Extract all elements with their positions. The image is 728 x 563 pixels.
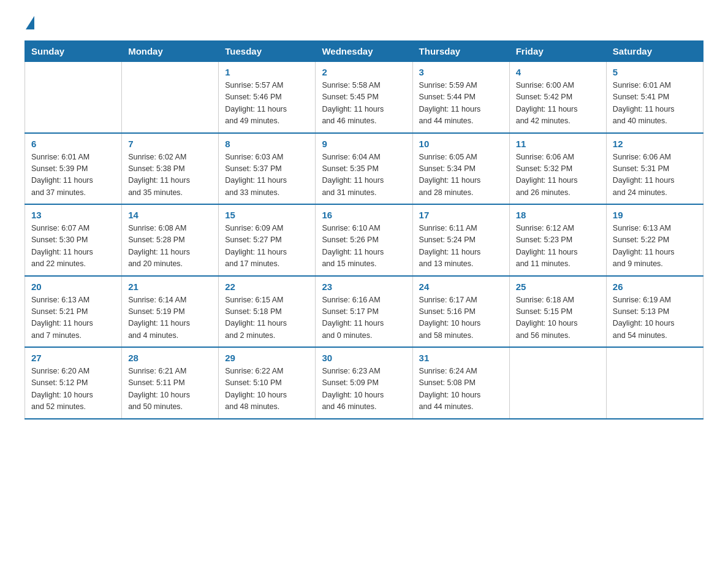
day-number: 27	[31, 353, 115, 363]
calendar-header-thursday: Thursday	[412, 41, 509, 62]
day-info: Sunrise: 6:23 AM Sunset: 5:09 PM Dayligh…	[322, 366, 406, 413]
calendar-header-tuesday: Tuesday	[219, 41, 316, 62]
day-number: 2	[322, 67, 406, 77]
day-info: Sunrise: 6:08 AM Sunset: 5:28 PM Dayligh…	[128, 223, 212, 270]
day-number: 4	[516, 67, 600, 77]
day-number: 30	[322, 353, 406, 363]
calendar-cell: 10Sunrise: 6:05 AM Sunset: 5:34 PM Dayli…	[412, 133, 509, 205]
day-number: 1	[225, 67, 309, 77]
day-number: 14	[128, 210, 212, 220]
day-info: Sunrise: 6:07 AM Sunset: 5:30 PM Dayligh…	[31, 223, 115, 270]
calendar-cell: 24Sunrise: 6:17 AM Sunset: 5:16 PM Dayli…	[412, 276, 509, 348]
day-info: Sunrise: 6:02 AM Sunset: 5:38 PM Dayligh…	[128, 151, 212, 199]
day-info: Sunrise: 6:16 AM Sunset: 5:17 PM Dayligh…	[322, 294, 406, 342]
day-info: Sunrise: 6:18 AM Sunset: 5:15 PM Dayligh…	[516, 294, 600, 342]
calendar-week-row: 6Sunrise: 6:01 AM Sunset: 5:39 PM Daylig…	[25, 133, 703, 205]
day-number: 20	[31, 282, 115, 292]
calendar-cell: 15Sunrise: 6:09 AM Sunset: 5:27 PM Dayli…	[219, 204, 316, 276]
day-number: 7	[128, 139, 212, 149]
calendar-header-friday: Friday	[509, 41, 606, 62]
logo	[25, 18, 34, 29]
calendar-header-monday: Monday	[122, 41, 219, 62]
calendar-cell: 26Sunrise: 6:19 AM Sunset: 5:13 PM Dayli…	[606, 276, 703, 348]
day-info: Sunrise: 6:14 AM Sunset: 5:19 PM Dayligh…	[128, 294, 212, 342]
day-info: Sunrise: 6:06 AM Sunset: 5:32 PM Dayligh…	[516, 151, 600, 199]
day-number: 31	[419, 353, 503, 363]
calendar-cell: 6Sunrise: 6:01 AM Sunset: 5:39 PM Daylig…	[25, 133, 122, 205]
calendar-cell: 28Sunrise: 6:21 AM Sunset: 5:11 PM Dayli…	[122, 347, 219, 419]
day-number: 26	[613, 282, 697, 292]
page-header	[25, 18, 703, 29]
day-number: 24	[419, 282, 503, 292]
day-info: Sunrise: 6:20 AM Sunset: 5:12 PM Dayligh…	[31, 366, 115, 413]
day-number: 6	[31, 139, 115, 149]
day-number: 25	[516, 282, 600, 292]
calendar-cell: 21Sunrise: 6:14 AM Sunset: 5:19 PM Dayli…	[122, 276, 219, 348]
calendar-cell	[606, 347, 703, 419]
calendar-cell: 7Sunrise: 6:02 AM Sunset: 5:38 PM Daylig…	[122, 133, 219, 205]
day-info: Sunrise: 5:59 AM Sunset: 5:44 PM Dayligh…	[419, 80, 503, 128]
calendar-week-row: 27Sunrise: 6:20 AM Sunset: 5:12 PM Dayli…	[25, 347, 703, 419]
calendar-cell: 5Sunrise: 6:01 AM Sunset: 5:41 PM Daylig…	[606, 62, 703, 133]
calendar-cell: 1Sunrise: 5:57 AM Sunset: 5:46 PM Daylig…	[219, 62, 316, 133]
day-info: Sunrise: 6:06 AM Sunset: 5:31 PM Dayligh…	[613, 151, 697, 199]
calendar-cell: 11Sunrise: 6:06 AM Sunset: 5:32 PM Dayli…	[509, 133, 606, 205]
calendar-cell: 27Sunrise: 6:20 AM Sunset: 5:12 PM Dayli…	[25, 347, 122, 419]
calendar-cell: 16Sunrise: 6:10 AM Sunset: 5:26 PM Dayli…	[316, 204, 412, 276]
day-info: Sunrise: 6:15 AM Sunset: 5:18 PM Dayligh…	[225, 294, 309, 342]
day-info: Sunrise: 6:21 AM Sunset: 5:11 PM Dayligh…	[128, 366, 212, 413]
calendar-cell: 2Sunrise: 5:58 AM Sunset: 5:45 PM Daylig…	[316, 62, 412, 133]
calendar-table: SundayMondayTuesdayWednesdayThursdayFrid…	[25, 40, 703, 419]
day-info: Sunrise: 5:58 AM Sunset: 5:45 PM Dayligh…	[322, 80, 406, 128]
day-number: 15	[225, 210, 309, 220]
day-info: Sunrise: 6:24 AM Sunset: 5:08 PM Dayligh…	[419, 366, 503, 413]
calendar-cell: 14Sunrise: 6:08 AM Sunset: 5:28 PM Dayli…	[122, 204, 219, 276]
calendar-cell: 4Sunrise: 6:00 AM Sunset: 5:42 PM Daylig…	[509, 62, 606, 133]
calendar-week-row: 20Sunrise: 6:13 AM Sunset: 5:21 PM Dayli…	[25, 276, 703, 348]
day-info: Sunrise: 5:57 AM Sunset: 5:46 PM Dayligh…	[225, 80, 309, 128]
day-number: 19	[613, 210, 697, 220]
day-info: Sunrise: 6:09 AM Sunset: 5:27 PM Dayligh…	[225, 223, 309, 270]
day-number: 3	[419, 67, 503, 77]
day-info: Sunrise: 6:01 AM Sunset: 5:41 PM Dayligh…	[613, 80, 697, 128]
calendar-cell: 22Sunrise: 6:15 AM Sunset: 5:18 PM Dayli…	[219, 276, 316, 348]
day-number: 17	[419, 210, 503, 220]
logo-triangle-icon	[26, 16, 34, 29]
day-number: 9	[322, 139, 406, 149]
day-info: Sunrise: 6:11 AM Sunset: 5:24 PM Dayligh…	[419, 223, 503, 270]
calendar-cell: 3Sunrise: 5:59 AM Sunset: 5:44 PM Daylig…	[412, 62, 509, 133]
day-info: Sunrise: 6:05 AM Sunset: 5:34 PM Dayligh…	[419, 151, 503, 199]
day-info: Sunrise: 6:17 AM Sunset: 5:16 PM Dayligh…	[419, 294, 503, 342]
day-number: 5	[613, 67, 697, 77]
calendar-cell: 23Sunrise: 6:16 AM Sunset: 5:17 PM Dayli…	[316, 276, 412, 348]
calendar-header-sunday: Sunday	[25, 41, 122, 62]
day-number: 10	[419, 139, 503, 149]
day-number: 18	[516, 210, 600, 220]
day-info: Sunrise: 6:00 AM Sunset: 5:42 PM Dayligh…	[516, 80, 600, 128]
calendar-cell: 29Sunrise: 6:22 AM Sunset: 5:10 PM Dayli…	[219, 347, 316, 419]
calendar-header-wednesday: Wednesday	[316, 41, 412, 62]
calendar-week-row: 1Sunrise: 5:57 AM Sunset: 5:46 PM Daylig…	[25, 62, 703, 133]
day-info: Sunrise: 6:01 AM Sunset: 5:39 PM Dayligh…	[31, 151, 115, 199]
day-info: Sunrise: 6:13 AM Sunset: 5:21 PM Dayligh…	[31, 294, 115, 342]
calendar-cell: 20Sunrise: 6:13 AM Sunset: 5:21 PM Dayli…	[25, 276, 122, 348]
day-info: Sunrise: 6:04 AM Sunset: 5:35 PM Dayligh…	[322, 151, 406, 199]
day-info: Sunrise: 6:19 AM Sunset: 5:13 PM Dayligh…	[613, 294, 697, 342]
day-number: 22	[225, 282, 309, 292]
calendar-cell: 18Sunrise: 6:12 AM Sunset: 5:23 PM Dayli…	[509, 204, 606, 276]
calendar-cell: 8Sunrise: 6:03 AM Sunset: 5:37 PM Daylig…	[219, 133, 316, 205]
calendar-cell	[509, 347, 606, 419]
calendar-cell: 19Sunrise: 6:13 AM Sunset: 5:22 PM Dayli…	[606, 204, 703, 276]
day-number: 16	[322, 210, 406, 220]
calendar-cell: 17Sunrise: 6:11 AM Sunset: 5:24 PM Dayli…	[412, 204, 509, 276]
day-number: 29	[225, 353, 309, 363]
calendar-header-row: SundayMondayTuesdayWednesdayThursdayFrid…	[25, 41, 703, 62]
calendar-cell: 31Sunrise: 6:24 AM Sunset: 5:08 PM Dayli…	[412, 347, 509, 419]
calendar-week-row: 13Sunrise: 6:07 AM Sunset: 5:30 PM Dayli…	[25, 204, 703, 276]
day-number: 11	[516, 139, 600, 149]
calendar-cell: 25Sunrise: 6:18 AM Sunset: 5:15 PM Dayli…	[509, 276, 606, 348]
day-info: Sunrise: 6:22 AM Sunset: 5:10 PM Dayligh…	[225, 366, 309, 413]
day-number: 12	[613, 139, 697, 149]
calendar-cell: 12Sunrise: 6:06 AM Sunset: 5:31 PM Dayli…	[606, 133, 703, 205]
calendar-cell: 30Sunrise: 6:23 AM Sunset: 5:09 PM Dayli…	[316, 347, 412, 419]
